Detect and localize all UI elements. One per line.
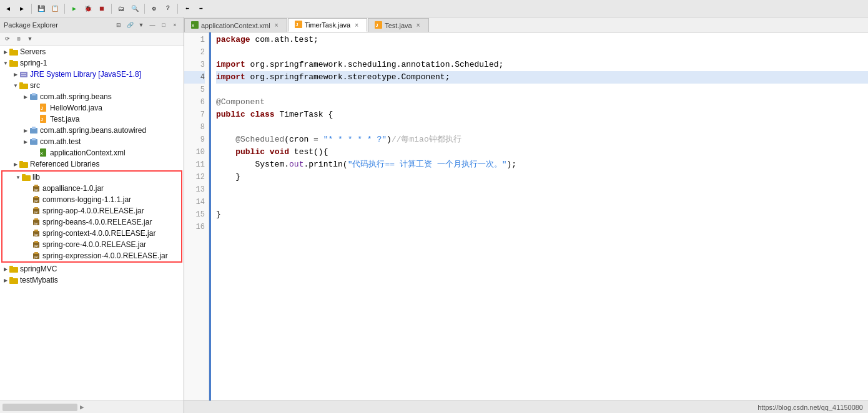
tree-arrow-test-java[interactable] [32, 116, 39, 122]
collapse-icon[interactable]: ⊞ [14, 34, 24, 44]
tree-arrow-jar2[interactable] [25, 197, 31, 203]
code-line-5[interactable] [216, 84, 868, 96]
token-normal: org.springframework.stereotype.Component… [245, 71, 450, 84]
tree-arrow-lib[interactable]: ▼ [15, 174, 21, 180]
tree-arrow-jar5[interactable] [25, 230, 31, 236]
tree-arrow-jar1[interactable] [25, 185, 31, 192]
code-line-11[interactable]: System.out.println("代码执行== 计算工资 一个月执行一次。… [216, 158, 868, 171]
close-icon[interactable]: × [170, 20, 180, 30]
tree-item-jre[interactable]: ▶JRE System Library [JavaSE-1.8] [0, 69, 184, 80]
code-line-14[interactable] [216, 196, 868, 208]
tree-arrow-jar3[interactable] [25, 208, 31, 214]
svg-rect-18 [32, 138, 36, 140]
link-with-editor-icon[interactable]: 🔗 [125, 20, 135, 30]
tree-item-autowired[interactable]: ▶com.ath.spring.beans.autowired [0, 125, 184, 136]
code-line-8[interactable] [216, 121, 868, 134]
token-normal: } [216, 208, 221, 221]
refresh-icon[interactable]: ⟳ [2, 34, 12, 44]
tab-close-0[interactable]: × [273, 22, 280, 29]
tree-item-src[interactable]: ▼src [0, 80, 184, 91]
tree-item-reflibs[interactable]: ▶Referenced Libraries [0, 158, 184, 170]
scroll-right-btn[interactable]: ▶ [80, 403, 84, 411]
tree-arrow-autowired[interactable]: ▶ [22, 127, 29, 134]
tab-label-0: applicationContext.xml [201, 22, 270, 29]
tree-arrow-jre[interactable]: ▶ [12, 71, 19, 77]
tree-item-jar7[interactable]: jarspring-expression-4.0.0.RELEASE.jar [2, 250, 181, 261]
tree-item-com-ath-test[interactable]: ▶com.ath.test [0, 136, 184, 147]
tree-arrow-src[interactable]: ▼ [12, 82, 19, 89]
run-btn[interactable]: ▶ [69, 3, 80, 14]
nav-fwd-btn[interactable]: ➡ [195, 3, 207, 14]
tree-item-appctx[interactable]: XapplicationContext.xml [0, 147, 184, 158]
forward-btn[interactable]: ▶ [16, 3, 27, 14]
tab-close-1[interactable]: × [353, 21, 360, 29]
editor-tab-2[interactable]: JTest.java× [368, 18, 428, 32]
stop-btn[interactable]: ⏹ [96, 3, 107, 14]
svg-rect-41 [34, 241, 38, 243]
tree-arrow-servers[interactable]: ▶ [2, 49, 9, 55]
code-line-16[interactable] [216, 221, 868, 233]
code-line-1[interactable]: package com.ath.test; [216, 34, 868, 46]
help-btn[interactable]: ? [162, 3, 174, 14]
tree-arrow-com-ath-test[interactable]: ▶ [22, 138, 29, 145]
minimize-icon[interactable]: — [147, 20, 157, 30]
code-content[interactable]: package com.ath.test; import org.springf… [211, 32, 868, 401]
filter-icon[interactable]: ▼ [25, 34, 35, 44]
collapse-all-icon[interactable]: ⊟ [114, 20, 124, 30]
tree-item-jar1[interactable]: jaraopalliance-1.0.jar [2, 183, 181, 194]
code-line-7[interactable]: public class TimerTask { [216, 109, 868, 121]
code-line-9[interactable]: @Scheduled(cron = "* * * * * ?")//每miao钟… [216, 134, 868, 146]
editor-tab-1[interactable]: JTimerTask.java× [288, 18, 368, 32]
tree-item-jar6[interactable]: jarspring-core-4.0.0.RELEASE.jar [2, 239, 181, 250]
tree-item-jar5[interactable]: jarspring-context-4.0.0.RELEASE.jar [2, 228, 181, 239]
code-line-12[interactable]: } [216, 171, 868, 183]
code-line-15[interactable]: } [216, 208, 868, 221]
prefs-btn[interactable]: ⚙ [149, 3, 160, 14]
tree-item-spring1[interactable]: ▼spring-1 [0, 57, 184, 69]
tab-close-2[interactable]: × [415, 22, 422, 29]
tree-arrow-reflibs[interactable]: ▶ [12, 161, 19, 167]
code-line-13[interactable] [216, 183, 868, 196]
code-line-10[interactable]: public void test(){ [216, 146, 868, 158]
tree-icon-springmvc [9, 264, 19, 274]
code-line-4[interactable]: import org.springframework.stereotype.Co… [216, 71, 868, 84]
tree-item-helloworld[interactable]: JHelloWorld.java [0, 102, 184, 114]
code-line-2[interactable] [216, 46, 868, 59]
h-scrollbar[interactable] [2, 404, 77, 411]
tree-arrow-jar4[interactable] [25, 219, 31, 225]
tree-item-testmybatis[interactable]: ▶testMybatis [0, 275, 184, 286]
tree-arrow-jar7[interactable] [25, 253, 31, 259]
tree-arrow-appctx[interactable] [32, 150, 39, 156]
tree-arrow-spring1[interactable]: ▼ [2, 60, 9, 66]
tree-item-jar3[interactable]: jarspring-aop-4.0.0.RELEASE.jar [2, 205, 181, 216]
tree-item-jar2[interactable]: jarcommons-logging-1.1.1.jar [2, 194, 181, 205]
code-line-3[interactable]: import org.springframework.scheduling.an… [216, 59, 868, 71]
tree-item-beans[interactable]: ▶com.ath.spring.beans [0, 91, 184, 102]
save-btn[interactable]: 💾 [36, 3, 47, 14]
editor-tab-0[interactable]: XapplicationContext.xml× [184, 18, 287, 32]
editor-area[interactable]: 12345678910111213141516 package com.ath.… [184, 32, 868, 401]
tree-item-springmvc[interactable]: ▶springMVC [0, 263, 184, 275]
new-btn[interactable]: 🗂 [116, 3, 127, 14]
tree-arrow-springmvc[interactable]: ▶ [2, 266, 9, 272]
maximize-icon[interactable]: □ [159, 20, 169, 30]
tree-arrow-beans[interactable]: ▶ [22, 94, 29, 100]
code-line-6[interactable]: @Component [216, 96, 868, 109]
tree-arrow-jar6[interactable] [25, 241, 31, 248]
back-btn[interactable]: ◀ [2, 3, 14, 14]
tree-item-jar4[interactable]: jarspring-beans-4.0.0.RELEASE.jar [2, 216, 181, 228]
tree-item-lib[interactable]: ▼lib [2, 172, 181, 183]
tree-item-servers[interactable]: ▶Servers [0, 46, 184, 57]
debug-btn[interactable]: 🐞 [82, 3, 94, 14]
package-explorer-tree: ▶Servers▼spring-1▶JRE System Library [Ja… [0, 46, 184, 401]
tree-arrow-testmybatis[interactable]: ▶ [2, 277, 9, 283]
view-menu-icon[interactable]: ▼ [136, 20, 146, 30]
save-all-btn[interactable]: 📋 [49, 3, 61, 14]
tree-arrow-helloworld[interactable] [32, 105, 39, 111]
tab-label-1: TimerTask.java [305, 21, 351, 29]
search-btn[interactable]: 🔍 [129, 3, 141, 14]
line-num-13: 13 [184, 183, 205, 196]
svg-text:J: J [41, 106, 43, 110]
tree-item-test-java[interactable]: JTest.java [0, 114, 184, 125]
nav-btn[interactable]: ⬅ [182, 3, 193, 14]
